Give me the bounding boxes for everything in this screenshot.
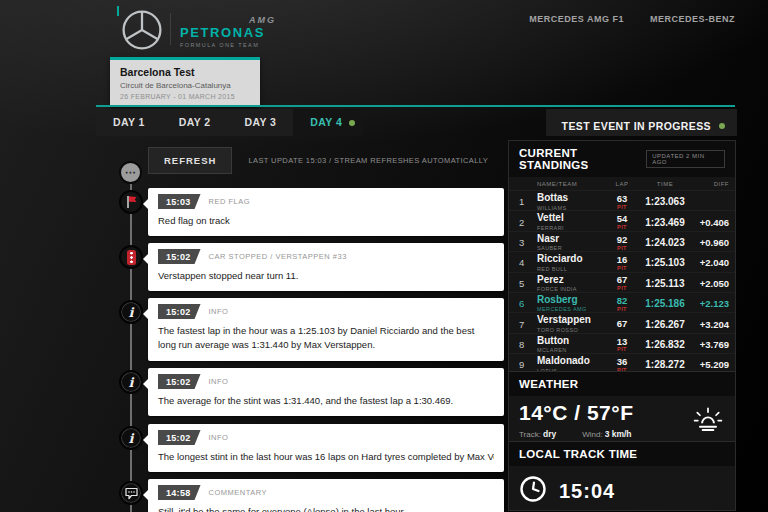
timeline-more-button[interactable]: ⋯ xyxy=(119,161,142,184)
driver-name: Vettel xyxy=(537,213,607,224)
feed-item: 15:03 RED FLAG Red flag on track xyxy=(148,188,504,236)
feed-card: 15:02 INFO The average for the stint was… xyxy=(148,368,504,416)
refresh-button[interactable]: REFRESH xyxy=(148,147,232,174)
event-card: Barcelona Test Circuit de Barcelona-Cata… xyxy=(110,57,260,107)
driver-name: Nasr xyxy=(537,234,607,245)
petronas-logo-text: PETRONAS xyxy=(180,25,276,40)
local-time-value: 15:04 xyxy=(559,480,615,503)
driver-team: SAUBER xyxy=(537,245,607,251)
sun-haze-icon xyxy=(693,406,723,436)
commentary-icon xyxy=(119,481,143,505)
standings-row-highlighted: 6 RosbergMERCEDES AMG 82PIT 1:25.186 +2.… xyxy=(509,292,735,312)
lap-count: 16 xyxy=(607,255,637,265)
pit-flag: PIT xyxy=(607,265,637,271)
col-time: TIME xyxy=(637,181,693,187)
feed-label: INFO xyxy=(209,377,229,386)
link-mercedes-amg-f1[interactable]: MERCEDES AMG F1 xyxy=(529,14,624,24)
feed-card: 15:02 INFO The fastest lap in the hour w… xyxy=(148,298,504,361)
time-badge: 15:02 xyxy=(158,249,201,264)
info-icon: i xyxy=(119,370,143,394)
col-name-team: NAME/TEAM xyxy=(537,181,607,187)
mercedes-star-icon xyxy=(121,9,163,55)
wind-value: 3 km/h xyxy=(605,429,632,439)
feed-item: 15:02 CAR STOPPED / VERSTAPPEN #33 Verst… xyxy=(148,243,504,291)
lap-count: 54 xyxy=(607,214,637,224)
wind-label: Wind: xyxy=(582,430,602,439)
feed-label: INFO xyxy=(209,433,229,442)
current-standings-panel: CURRENT STANDINGS UPDATED 2 MIN AGO NAME… xyxy=(508,140,736,375)
driver-name: Verstappen xyxy=(537,315,607,326)
weather-title: WEATHER xyxy=(519,378,578,390)
pit-flag: PIT xyxy=(607,306,637,312)
time-diff: +0.960 xyxy=(693,237,729,248)
driver-team: MERCEDES AMG xyxy=(537,306,607,312)
pit-flag: PIT xyxy=(607,285,637,291)
feed-body: Still, it'd be the same for everyone (Al… xyxy=(158,505,494,512)
rank: 4 xyxy=(519,257,537,268)
feed-label: RED FLAG xyxy=(209,197,251,206)
feed-item: i 15:02 INFO The longest stint in the la… xyxy=(148,424,504,472)
time-diff: +2.050 xyxy=(693,278,729,289)
event-status-text: TEST EVENT IN PROGRESS xyxy=(562,120,711,132)
header-links: MERCEDES AMG F1 MERCEDES-BENZ xyxy=(529,14,735,24)
rank: 9 xyxy=(519,359,537,370)
driver-team: RED BULL xyxy=(537,266,607,272)
link-mercedes-benz[interactable]: MERCEDES-BENZ xyxy=(650,14,735,24)
time-badge: 15:02 xyxy=(158,374,201,389)
time-badge: 15:03 xyxy=(158,194,201,209)
tab-day-2[interactable]: DAY 2 xyxy=(162,109,228,136)
track-label: Track: xyxy=(519,430,541,439)
pit-flag: PIT xyxy=(607,245,637,251)
standings-row: 5 PerezFORCE INDIA 67PIT 1:25.113 +2.050 xyxy=(509,272,735,292)
event-status: TEST EVENT IN PROGRESS xyxy=(546,109,737,136)
feed-item: i 15:02 INFO The fastest lap in the hour… xyxy=(148,298,504,361)
col-lap: LAP xyxy=(607,181,637,187)
day-tabs: DAY 1 DAY 2 DAY 3 DAY 4 xyxy=(96,109,363,136)
standings-row: 2 VettelFERRARI 54PIT 1:23.469 +0.406 xyxy=(509,210,735,230)
time-diff: +2.040 xyxy=(693,257,729,268)
driver-name: Ricciardo xyxy=(537,254,607,265)
feed-label: CAR STOPPED / VERSTAPPEN #33 xyxy=(209,252,347,261)
best-time: 1:23.063 xyxy=(637,196,693,207)
feed-label: COMMENTARY xyxy=(209,488,267,497)
last-update-note: LAST UPDATE 15:03 / STREAM REFRESHES AUT… xyxy=(248,156,488,165)
driver-name: Bottas xyxy=(537,193,607,204)
event-dates: 26 FEBRUARY - 01 MARCH 2015 xyxy=(120,93,250,100)
feed-label: INFO xyxy=(209,307,229,316)
standings-column-headers: NAME/TEAM LAP TIME DIFF xyxy=(509,177,735,190)
feed-body: The longest stint in the last hour was 1… xyxy=(158,450,494,464)
feed-card: 15:02 INFO The longest stint in the last… xyxy=(148,424,504,472)
lap-count: 82 xyxy=(607,296,637,306)
info-glyph: i xyxy=(129,376,134,389)
best-time: 1:23.469 xyxy=(637,217,693,228)
standings-row: 3 NasrSAUBER 92PIT 1:24.023 +0.960 xyxy=(509,231,735,251)
pit-flag: PIT xyxy=(607,204,637,210)
feed-body: Verstappen stopped near turn 11. xyxy=(158,269,494,283)
time-diff: +3.769 xyxy=(693,339,729,350)
car-stopped-icon xyxy=(119,245,143,269)
driver-name: Perez xyxy=(537,275,607,286)
feed-controls: REFRESH LAST UPDATE 15:03 / STREAM REFRE… xyxy=(148,147,488,174)
driver-name: Button xyxy=(537,336,607,347)
header-accent-tick xyxy=(117,6,119,16)
info-icon: i xyxy=(119,426,143,450)
standings-title: CURRENT STANDINGS xyxy=(519,147,646,171)
tab-day-3[interactable]: DAY 3 xyxy=(228,109,294,136)
feed-item: i 15:02 INFO The average for the stint w… xyxy=(148,368,504,416)
tab-day-1[interactable]: DAY 1 xyxy=(96,109,162,136)
feed-card: 15:02 CAR STOPPED / VERSTAPPEN #33 Verst… xyxy=(148,243,504,291)
time-diff: +5.209 xyxy=(693,359,729,370)
tab-day-4-label: DAY 4 xyxy=(310,116,342,128)
time-diff: +3.204 xyxy=(693,319,729,330)
feed-card: 14:58 COMMENTARY Still, it'd be the same… xyxy=(148,479,504,512)
red-flag-icon xyxy=(119,190,143,214)
accent-divider-line xyxy=(96,105,735,107)
pit-flag: PIT xyxy=(607,346,637,352)
driver-team: MCLAREN xyxy=(537,347,607,353)
lap-count: 36 xyxy=(607,357,637,367)
driver-team: FORCE INDIA xyxy=(537,286,607,292)
lap-count: 92 xyxy=(607,235,637,245)
standings-updated-badge: UPDATED 2 MIN AGO xyxy=(646,150,725,168)
info-glyph: i xyxy=(129,306,134,319)
tab-day-4[interactable]: DAY 4 xyxy=(293,109,363,136)
